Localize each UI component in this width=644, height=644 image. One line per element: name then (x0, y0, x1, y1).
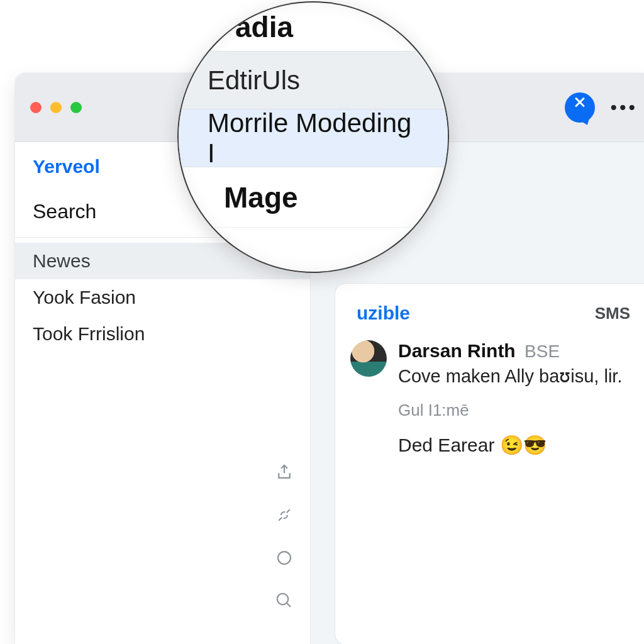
svg-point-1 (277, 594, 289, 605)
panel-link[interactable]: uzible (357, 303, 410, 324)
link-icon[interactable] (275, 506, 294, 527)
message-row: Darsan Rinth BSE Cove maken Ally baʊisu,… (350, 340, 638, 387)
svg-point-0 (278, 552, 291, 564)
lens-row-header[interactable]: EdtirUls (179, 52, 448, 109)
message-second: Ded Earear 😉😎 (398, 434, 638, 456)
avatar[interactable] (350, 340, 387, 377)
lens-row-footer[interactable]: Mage (179, 167, 448, 228)
sidebar-item-took-frrislion[interactable]: Took Frrislion (15, 316, 310, 352)
message-meta: Darsan Rinth BSE (398, 340, 622, 362)
search-icon[interactable] (275, 591, 294, 613)
message-body: Cove maken Ally baʊisu, lir. (398, 365, 622, 387)
minimize-icon[interactable] (50, 102, 62, 113)
magnifier-lens: adia EdtirUls Morrile Modeding I Mage (179, 3, 448, 272)
message-panel: uzible SMS Darsan Rinth BSE Cove maken A… (335, 283, 644, 644)
message-author: Darsan Rinth (398, 340, 516, 361)
close-icon[interactable] (30, 102, 42, 113)
message-time: Gul I1:mē (398, 401, 638, 420)
share-icon[interactable] (275, 463, 294, 484)
lens-row-selected[interactable]: Morrile Modeding I (179, 109, 448, 167)
message-author-suffix: BSE (525, 341, 560, 361)
traffic-lights (30, 102, 82, 113)
zoom-icon[interactable] (70, 102, 82, 113)
more-button[interactable]: ••• (610, 97, 638, 118)
titlebar-right: ••• (565, 73, 644, 142)
sms-badge: SMS (595, 304, 644, 323)
panel-top-row: uzible SMS (335, 303, 644, 334)
sidebar-tool-column (15, 463, 310, 644)
sidebar-item-yook-fasion[interactable]: Yook Fasion (15, 279, 310, 316)
message-app-icon[interactable] (565, 92, 595, 123)
circle-icon[interactable] (275, 548, 294, 570)
magnifier-content: adia EdtirUls Morrile Modeding I Mage (179, 3, 448, 272)
lens-row-top: adia (179, 3, 448, 52)
message-block: Darsan Rinth BSE Cove maken Ally baʊisu,… (335, 334, 644, 456)
